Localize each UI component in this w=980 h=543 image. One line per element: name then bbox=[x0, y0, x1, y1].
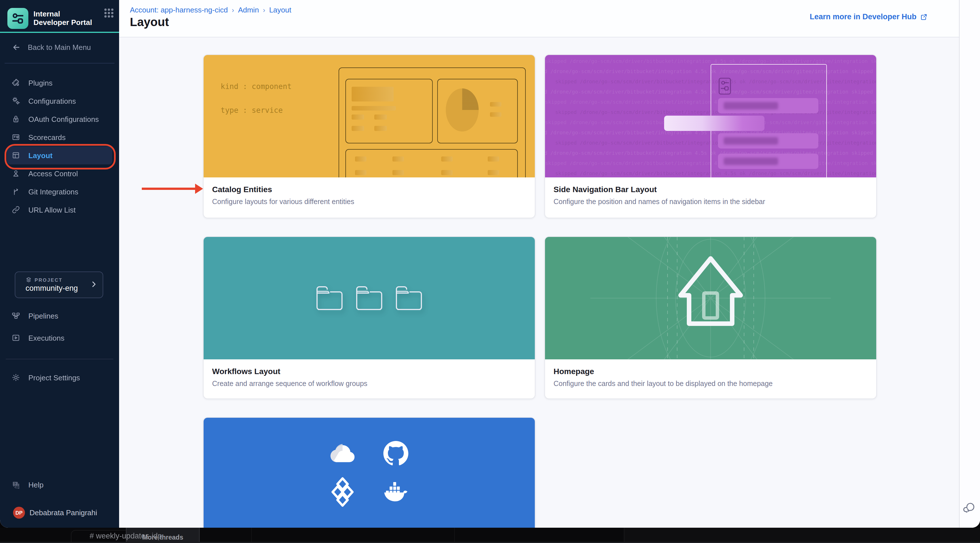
pie-chart-placeholder bbox=[446, 89, 479, 132]
sidebar-item-scorecards[interactable]: Scorecards bbox=[0, 128, 119, 146]
sidebar-item-url-allow-list[interactable]: URL Allow List bbox=[0, 201, 119, 219]
project-eyebrow-label: PROJECT bbox=[35, 277, 63, 283]
background-divider bbox=[251, 528, 252, 543]
back-label: Back to Main Menu bbox=[28, 43, 91, 51]
card-workflows-layout[interactable]: Workflows Layout Create and arrange sequ… bbox=[203, 237, 535, 399]
sidebar-item-label: Plugins bbox=[29, 78, 52, 87]
learn-more-link[interactable]: Learn more in Developer Hub bbox=[810, 13, 928, 21]
placeholder-bar bbox=[393, 170, 404, 175]
git-branch-icon bbox=[11, 187, 21, 196]
placeholder-bar bbox=[355, 170, 366, 175]
slack-channel-label: # weekly-updates-idp bbox=[90, 532, 162, 540]
nav-item-placeholder bbox=[718, 98, 818, 113]
annotation-arrow bbox=[142, 187, 195, 190]
sidebar-item-access-control[interactable]: Access Control bbox=[0, 164, 119, 183]
sidebar-item-label: URL Allow List bbox=[29, 205, 76, 214]
app-window: Internal Developer Portal Back to Main M… bbox=[0, 0, 980, 528]
sidebar-item-layout[interactable]: Layout bbox=[7, 146, 112, 164]
docker-icon bbox=[383, 479, 409, 505]
gear-icon bbox=[11, 373, 21, 382]
user-avatar[interactable]: DP bbox=[13, 507, 25, 519]
placeholder-bar bbox=[490, 102, 501, 106]
placeholder-bar bbox=[352, 126, 364, 131]
background-panel-tint bbox=[624, 528, 980, 543]
svg-text:?: ? bbox=[14, 482, 16, 486]
sidebar-item-configurations[interactable]: Configurations bbox=[0, 92, 119, 110]
google-cloud-icon bbox=[329, 440, 356, 467]
page-title: Layout bbox=[130, 15, 169, 29]
card-catalog-entities[interactable]: kind : component type : service bbox=[203, 54, 535, 218]
connectors-art bbox=[204, 418, 535, 528]
sidebar-item-project-settings[interactable]: Project Settings bbox=[0, 368, 119, 387]
sidebar-item-help[interactable]: ? Help bbox=[0, 476, 119, 494]
card-description: Configure the cards and their layout to … bbox=[554, 380, 868, 388]
brand-accent-divider bbox=[0, 32, 119, 33]
layout-mock-panel bbox=[437, 79, 518, 143]
breadcrumb-account[interactable]: Account: app-harness-ng-cicd bbox=[130, 6, 228, 14]
card-text: Homepage Configure the cards and their l… bbox=[545, 359, 876, 395]
sidebar-item-pipelines[interactable]: Pipelines bbox=[0, 306, 119, 325]
yaml-kind-text: kind : component bbox=[221, 82, 291, 90]
sidebar: Internal Developer Portal Back to Main M… bbox=[0, 0, 119, 528]
sidebar-item-plugins[interactable]: Plugins bbox=[0, 74, 119, 92]
workflows-art bbox=[204, 237, 535, 359]
sidebar-item-label: Scorecards bbox=[29, 133, 66, 141]
placeholder-bar bbox=[355, 156, 366, 162]
breadcrumb-separator: › bbox=[232, 6, 234, 14]
link-icon bbox=[11, 205, 21, 214]
placeholder-bar bbox=[488, 170, 499, 175]
yaml-type-text: type : service bbox=[221, 106, 283, 114]
app-grid-icon[interactable] bbox=[102, 6, 116, 20]
folder-icon bbox=[394, 284, 424, 312]
card-text: Catalog Entities Configure layouts for v… bbox=[204, 178, 535, 213]
user-name[interactable]: Debabrata Panigrahi bbox=[30, 508, 97, 517]
sidebar-mock-logo-icon bbox=[718, 77, 732, 95]
page-header: Account: app-harness-ng-cicd › Admin › L… bbox=[119, 0, 959, 37]
learn-more-label: Learn more in Developer Hub bbox=[810, 13, 916, 21]
background-window-strip: More threads # weekly-updates-idp bbox=[0, 528, 980, 543]
sidebar-item-label: Project Settings bbox=[29, 373, 80, 382]
placeholder-bar bbox=[352, 114, 364, 120]
card-description: Configure the position and names of navi… bbox=[554, 198, 868, 206]
homepage-art bbox=[545, 237, 876, 359]
divider bbox=[5, 63, 115, 64]
breadcrumb-layout[interactable]: Layout bbox=[269, 6, 291, 14]
nav-item-highlighted bbox=[664, 116, 765, 131]
placeholder-bar bbox=[393, 156, 404, 162]
card-title: Catalog Entities bbox=[212, 185, 526, 194]
brand: Internal Developer Portal bbox=[7, 5, 115, 31]
placeholder-bar bbox=[374, 114, 387, 120]
back-to-main-menu[interactable]: Back to Main Menu bbox=[0, 40, 119, 54]
sidebar-item-label: Layout bbox=[29, 151, 52, 160]
breadcrumb-admin[interactable]: Admin bbox=[238, 6, 259, 14]
stack-icon bbox=[25, 276, 32, 283]
puzzle-icon bbox=[11, 78, 21, 87]
card-homepage[interactable]: Homepage Configure the cards and their l… bbox=[544, 237, 877, 399]
sidebar-item-oauth-configurations[interactable]: OAuth Configurations bbox=[0, 110, 119, 128]
project-selector[interactable]: PROJECT community-eng bbox=[15, 272, 103, 298]
right-rail bbox=[959, 0, 980, 528]
arrow-left-icon bbox=[11, 42, 21, 52]
placeholder-bar bbox=[441, 156, 453, 162]
sidebar-item-label: Pipelines bbox=[29, 311, 59, 320]
placeholder-bar bbox=[352, 106, 396, 111]
placeholder-bar bbox=[441, 170, 453, 175]
card-text: Workflows Layout Create and arrange sequ… bbox=[204, 359, 535, 395]
project-name: community-eng bbox=[25, 284, 78, 292]
chat-question-icon: ? bbox=[11, 480, 21, 489]
placeholder-bar bbox=[488, 156, 499, 162]
card-side-navigation-bar-layout[interactable]: skipped /drone/go-scm/scm/driver/bitbuck… bbox=[544, 54, 877, 218]
nav-item-placeholder bbox=[718, 133, 818, 149]
card-connectors[interactable] bbox=[203, 417, 535, 528]
nav-item-placeholder bbox=[718, 154, 818, 169]
card-title: Side Navigation Bar Layout bbox=[554, 185, 868, 194]
project-eyebrow: PROJECT bbox=[25, 276, 63, 283]
sidebar-item-git-integrations[interactable]: Git Integrations bbox=[0, 183, 119, 201]
pipeline-icon bbox=[11, 311, 21, 320]
card-title: Homepage bbox=[554, 367, 868, 376]
screenshot-stage: Internal Developer Portal Back to Main M… bbox=[0, 0, 980, 543]
sidebar-item-label: Help bbox=[29, 480, 44, 489]
sidebar-item-executions[interactable]: Executions bbox=[0, 329, 119, 347]
chat-bubbles-icon[interactable] bbox=[963, 501, 976, 517]
gears-icon bbox=[11, 96, 21, 105]
